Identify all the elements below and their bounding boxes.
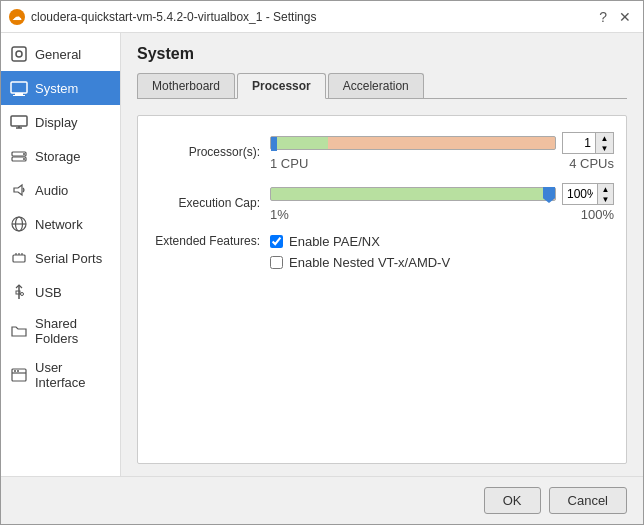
processors-slider-thumb[interactable] [271,137,277,151]
sidebar-item-network[interactable]: Network [1,207,120,241]
nested-vt-row: Enable Nested VT-x/AMD-V [270,255,450,270]
bottom-bar: OK Cancel [1,476,643,524]
tab-bar: Motherboard Processor Acceleration [137,73,627,99]
tab-acceleration[interactable]: Acceleration [328,73,424,98]
sidebar-item-user-interface[interactable]: User Interface [1,353,120,397]
user-interface-icon [9,365,29,385]
extended-features-label: Extended Features: [150,234,270,248]
processors-label: Processor(s): [150,145,270,159]
tab-processor[interactable]: Processor [237,73,326,99]
sidebar-label-general: General [35,47,81,62]
processors-max-label: 4 CPUs [569,156,614,171]
execution-cap-slider-row: ▲ ▼ [270,183,614,205]
svg-point-1 [16,51,22,57]
sidebar-item-storage[interactable]: Storage [1,139,120,173]
svg-point-25 [14,370,16,372]
processors-min-label: 1 CPU [270,156,308,171]
sidebar-item-audio[interactable]: Audio [1,173,120,207]
processors-slider-row: ▲ ▼ [270,132,614,154]
panel-title: System [137,45,627,63]
sidebar-label-serial-ports: Serial Ports [35,251,102,266]
network-icon [9,214,29,234]
nested-vt-checkbox[interactable] [270,256,283,269]
execution-cap-input[interactable] [563,184,597,204]
main-content: General System Display Storage [1,33,643,476]
title-bar: cloudera-quickstart-vm-5.4.2-0-virtualbo… [1,1,643,33]
shared-folders-icon [9,321,29,341]
sidebar-label-shared-folders: Shared Folders [35,316,112,346]
execution-cap-row: Execution Cap: ▲ ▼ [150,183,614,222]
execution-cap-max-label: 100% [581,207,614,222]
close-button[interactable]: ✕ [615,10,635,24]
svg-rect-4 [13,95,25,96]
sidebar-label-audio: Audio [35,183,68,198]
execution-cap-slider-labels: 1% 100% [270,207,614,222]
processors-slider-labels: 1 CPU 4 CPUs [270,156,614,171]
help-button[interactable]: ? [595,10,611,24]
sidebar-item-display[interactable]: Display [1,105,120,139]
sidebar-label-storage: Storage [35,149,81,164]
execution-cap-min-label: 1% [270,207,289,222]
sidebar-item-usb[interactable]: USB [1,275,120,309]
usb-icon [9,282,29,302]
execution-cap-increment-button[interactable]: ▲ [598,184,613,194]
sidebar-item-system[interactable]: System [1,71,120,105]
svg-rect-16 [13,255,25,262]
title-bar-controls: ? ✕ [595,10,635,24]
cancel-button[interactable]: Cancel [549,487,627,514]
sidebar-label-network: Network [35,217,83,232]
processors-spinbox-buttons: ▲ ▼ [595,133,613,153]
svg-rect-2 [11,82,27,93]
processors-spinbox[interactable]: ▲ ▼ [562,132,614,154]
extended-features-row: Extended Features: Enable PAE/NX Enable … [150,234,614,270]
extended-features-content: Enable PAE/NX Enable Nested VT-x/AMD-V [270,234,450,270]
tab-motherboard[interactable]: Motherboard [137,73,235,98]
execution-cap-slider-track[interactable] [270,187,556,201]
svg-rect-5 [11,116,27,126]
pae-nx-checkbox[interactable] [270,235,283,248]
settings-window: cloudera-quickstart-vm-5.4.2-0-virtualbo… [0,0,644,525]
processors-slider-track[interactable] [270,136,556,150]
svg-rect-3 [15,93,23,95]
svg-marker-12 [14,185,22,195]
processor-form: Processor(s): ▲ ▼ [137,115,627,464]
title-bar-left: cloudera-quickstart-vm-5.4.2-0-virtualbo… [9,9,316,25]
storage-icon [9,146,29,166]
audio-icon [9,180,29,200]
svg-point-10 [23,153,25,155]
window-title: cloudera-quickstart-vm-5.4.2-0-virtualbo… [31,10,316,24]
svg-point-22 [21,293,24,296]
processors-row: Processor(s): ▲ ▼ [150,132,614,171]
sidebar-item-general[interactable]: General [1,37,120,71]
main-panel: System Motherboard Processor Acceleratio… [121,33,643,476]
sidebar: General System Display Storage [1,33,121,476]
ok-button[interactable]: OK [484,487,541,514]
processors-decrement-button[interactable]: ▼ [596,143,613,153]
execution-cap-label: Execution Cap: [150,196,270,210]
sidebar-item-serial-ports[interactable]: Serial Ports [1,241,120,275]
execution-cap-spinbox[interactable]: ▲ ▼ [562,183,614,205]
sidebar-label-display: Display [35,115,78,130]
sidebar-label-usb: USB [35,285,62,300]
svg-point-26 [17,370,19,372]
display-icon [9,112,29,132]
execution-cap-slider-thumb[interactable] [543,187,555,203]
general-icon [9,44,29,64]
system-icon [9,78,29,98]
execution-cap-slider-wrap: ▲ ▼ 1% 100% [270,183,614,222]
processors-input[interactable] [563,133,595,153]
sidebar-label-system: System [35,81,78,96]
pae-nx-row: Enable PAE/NX [270,234,450,249]
svg-point-11 [23,158,25,160]
execution-cap-decrement-button[interactable]: ▼ [598,194,613,204]
pae-nx-label[interactable]: Enable PAE/NX [289,234,380,249]
processors-increment-button[interactable]: ▲ [596,133,613,143]
app-icon [9,9,25,25]
processors-slider-wrap: ▲ ▼ 1 CPU 4 CPUs [270,132,614,171]
sidebar-item-shared-folders[interactable]: Shared Folders [1,309,120,353]
svg-rect-0 [12,47,26,61]
serial-ports-icon [9,248,29,268]
nested-vt-label[interactable]: Enable Nested VT-x/AMD-V [289,255,450,270]
execution-cap-spinbox-buttons: ▲ ▼ [597,184,613,204]
sidebar-label-user-interface: User Interface [35,360,112,390]
